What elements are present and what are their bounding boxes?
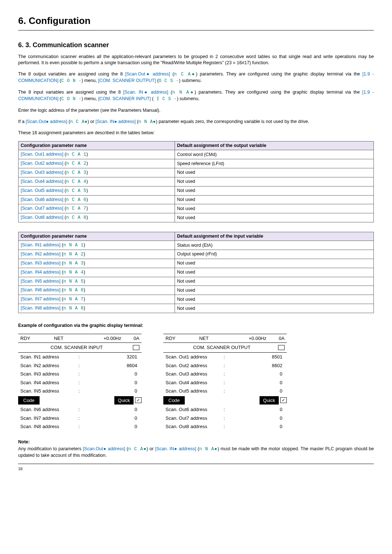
row-value: 0 [231,423,285,430]
terminal-row: Scan. IN7 address:0 [18,414,142,423]
status-net: NET [54,335,88,342]
row-label: Scan. IN3 address [20,371,78,377]
status-hz: +0.00Hz [87,335,128,342]
link: [Scan. IN2 address] [21,251,61,257]
row-label: Scan. Out1 address [166,354,224,360]
terminal-title-row: COM. SCANNER OUTPUT [163,343,287,353]
status-rdy: RDY [166,335,199,342]
link: [Scan. IN● address] [95,119,135,124]
separator: : [224,362,231,369]
link: [Scan.Out● address] [26,119,68,124]
text: Any modification to parameters [18,446,83,451]
status-a: 0A [128,335,139,342]
row-label: Scan. Out5 address [166,388,224,394]
param-name: [Scan. IN5 address] (n N A 5) [19,277,175,286]
terminal-footer: Code Quick ✓ [163,396,287,405]
param-default: Not used [175,268,373,277]
table-row: [Scan. Out1 address] (n C A 1)Control wo… [19,150,374,159]
code: n C A● [174,72,196,77]
table-row: [Scan. Out8 address] (n C A 8)Not used [19,213,374,222]
link: [Scan. Out4 address] [21,179,63,184]
param-name: [Scan. IN8 address] (n N A 8) [19,304,175,313]
separator: : [78,354,86,360]
table-row: [Scan. IN1 address] (n N A 1)Status word… [19,241,374,250]
param-default: Not used [175,295,373,304]
section-title: 6. 3. Communication scanner [18,41,374,49]
row-label: Scan. Out6 address [166,406,224,413]
param-name: [Scan. IN4 address] (n N A 4) [19,268,175,277]
row-value: 0 [86,371,139,377]
separator: : [78,415,86,422]
row-label: Scan. Out2 address [166,362,224,369]
code: C O N - [61,97,82,102]
terminal-row: Scan. Out3 address:0 [163,370,287,378]
code: C O N - [61,78,82,83]
row-value: 0 [86,379,139,386]
param-name: [Scan. Out1 address] (n C A 1) [19,150,175,159]
link: [Scan. Out8 address] [21,215,63,220]
table-row: [Scan. Out5 address] (n C A 5)Not used [19,186,374,195]
table-row: [Scan. Out4 address] (n C A 4)Not used [19,177,374,186]
link-scan-in: [Scan. IN● address] [123,90,168,95]
code: n N A 3 [63,261,83,266]
separator: : [224,423,231,430]
terminal-title-row: COM. SCANNER INPUT [18,343,142,353]
row-label: Scan. IN4 address [20,379,78,386]
row-value: 0 [231,388,285,394]
row-value: 8602 [231,362,285,369]
text: ) submenu. [179,78,202,83]
separator: : [224,406,231,413]
param-name: [Scan. IN2 address] (n N A 2) [19,250,175,259]
separator: : [224,354,231,360]
param-name: [Scan. IN3 address] (n N A 3) [19,259,175,268]
separator: : [78,423,86,430]
row-value: 0 [86,388,139,394]
code: n C A 5 [66,188,86,193]
row-label: Scan. IN2 address [20,362,78,369]
row-value: 0 [231,371,285,377]
code-button[interactable]: Code [163,396,185,405]
terminal-row: Scan. IN4 address:0 [18,378,142,387]
terminal-row: Scan. Out8 address:0 [163,422,287,431]
link: [Scan. IN8 address] [21,305,61,311]
terminal-row: Scan. Out2 address:8602 [163,361,287,370]
intro-p4: Enter the logic address of the parameter… [18,107,374,114]
text: ) menu, [82,96,98,101]
link: [Scan.Out● address] [83,446,125,451]
param-name: [Scan. IN1 address] (n N A 1) [19,241,175,250]
table-row: [Scan. IN2 address] (n N A 2)Output spee… [19,250,374,259]
intro-p6: These 16 assignment parameters are descr… [18,130,374,136]
col-header: Configuration parameter name [19,232,175,241]
separator: : [78,406,86,413]
link: [Scan. IN● address] [155,446,196,451]
terminal-status-bar: RDY NET +0.00Hz 0A [18,334,142,343]
checkbox-icon[interactable]: ✓ [280,397,287,403]
quick-button[interactable]: Quick [260,396,279,405]
code-button[interactable]: Code [18,396,40,405]
code: n C A● [128,447,147,452]
checkbox-icon[interactable]: ✓ [135,397,142,403]
page-title: 6. Configuration [18,15,374,27]
code: n C A 8 [66,215,86,220]
link: [Scan. Out3 address] [21,170,63,175]
code: n N A 6 [63,288,83,293]
text: ) parameters. They are configured using … [196,71,363,77]
row-label: Scan. IN1 address [20,354,78,360]
table-row: [Scan. Out3 address] (n C A 3)Not used [19,168,374,177]
text: The 8 output variables are assigned usin… [18,71,125,77]
text: ) or [147,446,155,451]
separator: : [78,362,86,369]
code: n N A 7 [63,297,83,302]
param-default: Control word (CMd) [175,150,373,159]
terminal-output: RDY NET +0.00Hz 0A COM. SCANNER OUTPUT S… [163,334,287,431]
link-output: [COM. SCANNER OUTPUT] [98,78,156,83]
code: I C S - [154,97,177,102]
param-default: Not used [175,186,373,195]
link: [Scan. Out2 address] [21,161,63,166]
quick-button[interactable]: Quick [114,396,134,405]
param-default: Not used [175,168,373,177]
code: n C A 7 [66,206,86,211]
param-name: [Scan. Out4 address] (n C A 4) [19,177,175,186]
note-body: Any modification to parameters [Scan.Out… [18,446,374,459]
code: n N A● [138,119,156,124]
